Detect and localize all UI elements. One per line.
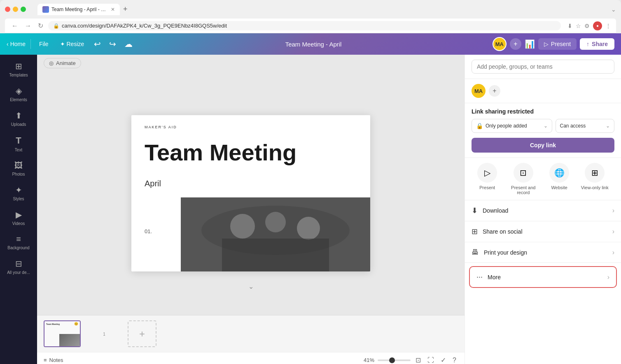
fullscreen-button[interactable]: ⛶	[426, 355, 436, 364]
share-search-input[interactable]	[472, 60, 614, 74]
sidebar-item-videos[interactable]: ▶ Videos	[2, 206, 35, 230]
undo-button[interactable]: ↩	[92, 37, 103, 51]
svg-point-4	[297, 217, 320, 240]
toolbar-avatar[interactable]: MA	[493, 37, 507, 51]
share-dropdowns: 🔒 Only people added ⌄ Can access ⌄	[472, 119, 614, 133]
toolbar-stats-button[interactable]: 📊	[525, 39, 535, 49]
canvas-area: ◎ Animate MAKER'S AID Team Meeting April…	[37, 55, 465, 364]
share-social-row[interactable]: ⊞ Share on social ›	[465, 221, 621, 242]
download-label: Download	[483, 207, 612, 214]
resize-button[interactable]: ✦ Resize	[57, 39, 88, 49]
sidebar-item-uploads[interactable]: ⬆ Uploads	[2, 107, 35, 130]
copy-link-button[interactable]: Copy link	[472, 138, 614, 153]
new-tab-button[interactable]: +	[121, 3, 129, 15]
traffic-light-green[interactable]	[21, 7, 26, 12]
present-record-label: Present and record	[509, 185, 538, 195]
elements-label: Elements	[10, 97, 27, 102]
cloud-save-button[interactable]: ☁	[123, 37, 134, 51]
templates-icon: ⊞	[15, 61, 22, 71]
all-designs-label: All your de...	[7, 270, 30, 275]
zoom-thumb	[389, 357, 395, 363]
share-print-row[interactable]: 🖶 Print your design ›	[465, 242, 621, 263]
zoom-slider[interactable]	[378, 359, 411, 361]
thumb-mini-title: Team Meeting	[46, 323, 60, 325]
only-people-added-dropdown[interactable]: 🔒 Only people added ⌄	[472, 119, 552, 133]
sidebar-item-elements[interactable]: ◈ Elements	[2, 83, 35, 106]
help-button[interactable]: ?	[451, 355, 458, 364]
home-label: Home	[10, 41, 26, 47]
sidebar-item-background[interactable]: ≡ Background	[2, 231, 35, 254]
traffic-light-red[interactable]	[5, 7, 10, 12]
share-icon-present-record[interactable]: ⊡ Present and record	[509, 163, 538, 195]
sidebar-item-styles[interactable]: ✦ Styles	[2, 182, 35, 205]
browser-menu-btn[interactable]: ⋮	[605, 23, 611, 29]
only-people-added-label: Only people added	[486, 123, 541, 129]
status-bar: ≡ Notes 41% ⊡ ⛶ ✓ ?	[37, 352, 465, 364]
notes-button[interactable]: ≡ Notes	[44, 357, 63, 363]
animate-button[interactable]: ◎ Animate	[44, 58, 81, 68]
photos-label: Photos	[12, 172, 25, 177]
present-record-icon: ⊡	[514, 163, 533, 183]
share-people-section: MA +	[465, 79, 621, 103]
sidebar-item-text[interactable]: T Text	[2, 132, 35, 156]
address-bar[interactable]: 🔒 canva.com/design/DAFAkZPK4_k/Cw_3g_PQE…	[48, 21, 561, 30]
browser-download-btn[interactable]: ⬇	[567, 23, 572, 29]
share-search-section	[465, 55, 621, 79]
print-icon: 🖶	[472, 248, 479, 257]
share-link-section: Link sharing restricted 🔒 Only people ad…	[465, 103, 621, 158]
slide-thumbnail-1[interactable]: Team Meeting 😊	[44, 320, 81, 347]
share-button[interactable]: ↑ Share	[580, 38, 614, 50]
svg-point-2	[230, 214, 255, 239]
traffic-light-yellow[interactable]	[13, 7, 18, 12]
redo-button[interactable]: ↪	[107, 37, 118, 51]
present-button[interactable]: ▷ Present	[538, 38, 577, 50]
nav-back-button[interactable]: ←	[10, 21, 20, 30]
add-slide-button[interactable]: +	[128, 320, 156, 347]
present-icon: ▷	[544, 41, 549, 47]
sidebar-item-photos[interactable]: 🖼 Photos	[2, 158, 35, 180]
more-label: More	[488, 274, 607, 281]
zoom-value: 41%	[364, 357, 374, 363]
canvas-viewport[interactable]: MAKER'S AID Team Meeting April 01.	[37, 72, 465, 315]
home-button[interactable]: ‹ Home	[7, 41, 26, 47]
share-icon-present[interactable]: ▷ Present	[477, 163, 497, 195]
link-sharing-title: Link sharing restricted	[472, 108, 614, 115]
fit-to-screen-button[interactable]: ⊡	[414, 355, 423, 364]
canvas-chevron-down[interactable]: ⌄	[248, 283, 254, 290]
share-download-row[interactable]: ⬇ Download ›	[465, 200, 621, 221]
browser-bookmark-btn[interactable]: ☆	[576, 23, 581, 29]
uploads-label: Uploads	[11, 122, 26, 127]
checkmark-button[interactable]: ✓	[439, 355, 448, 364]
canvas-header: ◎ Animate	[37, 55, 465, 72]
animate-label: Animate	[56, 60, 76, 66]
text-label: Text	[15, 148, 22, 153]
thumb-emoji: 😊	[74, 322, 78, 326]
file-menu-button[interactable]: File	[36, 39, 52, 49]
toolbar-add-collaborator-button[interactable]: +	[510, 38, 521, 50]
website-share-icon: 🌐	[549, 163, 569, 183]
browser-profile-btn[interactable]: ●	[593, 21, 602, 30]
more-dots-icon: ···	[476, 273, 483, 281]
sidebar-item-templates[interactable]: ⊞ Templates	[2, 58, 35, 81]
share-add-person-button[interactable]: +	[489, 85, 500, 97]
sidebar-item-all-designs[interactable]: ⊟ All your de...	[2, 255, 35, 278]
nav-forward-button[interactable]: →	[23, 21, 33, 30]
nav-refresh-button[interactable]: ↻	[36, 21, 45, 30]
app-container: ‹ Home File ✦ Resize ↩ ↪ ☁ Team Meeting …	[0, 33, 621, 364]
print-label: Print your design	[484, 249, 612, 256]
share-more-row[interactable]: ··· More ›	[469, 266, 617, 288]
browser-chrome: Team Meeting - April - Present ✕ + ⌄ ← →…	[0, 0, 621, 33]
more-arrow-icon: ›	[607, 274, 609, 281]
uploads-icon: ⬆	[15, 111, 22, 121]
videos-icon: ▶	[16, 210, 22, 220]
tab-close-icon[interactable]: ✕	[111, 7, 115, 12]
share-icon-view-only[interactable]: ⊞ View-only link	[581, 163, 609, 195]
active-tab[interactable]: Team Meeting - April - Present ✕	[37, 4, 120, 15]
slide-number: 01.	[145, 228, 152, 234]
share-social-icon: ⊞	[472, 227, 478, 236]
share-label: Share	[592, 41, 608, 47]
download-icon: ⬇	[472, 206, 478, 215]
share-icon-website[interactable]: 🌐 Website	[549, 163, 569, 195]
browser-extensions-btn[interactable]: ⚙	[584, 23, 590, 29]
can-access-dropdown[interactable]: Can access ⌄	[556, 119, 614, 133]
